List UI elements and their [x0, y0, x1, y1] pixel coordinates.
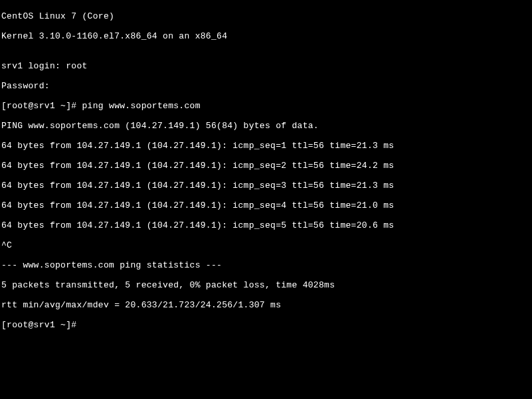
ping-reply-2: 64 bytes from 104.27.149.1 (104.27.149.1…	[1, 161, 531, 171]
os-name-line: CentOS Linux 7 (Core)	[1, 11, 531, 21]
password-line: Password:	[1, 81, 531, 91]
ping-stats-rtt: rtt min/avg/max/mdev = 20.633/21.723/24.…	[1, 300, 531, 310]
terminal-output[interactable]: CentOS Linux 7 (Core) Kernel 3.10.0-1160…	[1, 1, 531, 340]
ping-command-line: [root@srv1 ~]# ping www.soportems.com	[1, 101, 531, 111]
ping-reply-4: 64 bytes from 104.27.149.1 (104.27.149.1…	[1, 200, 531, 210]
kernel-line: Kernel 3.10.0-1160.el7.x86_64 on an x86_…	[1, 31, 531, 41]
ping-reply-3: 64 bytes from 104.27.149.1 (104.27.149.1…	[1, 181, 531, 191]
prompt-line[interactable]: [root@srv1 ~]#	[1, 320, 531, 330]
login-line: srv1 login: root	[1, 61, 531, 71]
interrupt-line: ^C	[1, 240, 531, 250]
ping-reply-5: 64 bytes from 104.27.149.1 (104.27.149.1…	[1, 220, 531, 230]
ping-stats-packets: 5 packets transmitted, 5 received, 0% pa…	[1, 280, 531, 290]
ping-header-line: PING www.soportems.com (104.27.149.1) 56…	[1, 121, 531, 131]
ping-reply-1: 64 bytes from 104.27.149.1 (104.27.149.1…	[1, 141, 531, 151]
ping-stats-header: --- www.soportems.com ping statistics --…	[1, 260, 531, 270]
